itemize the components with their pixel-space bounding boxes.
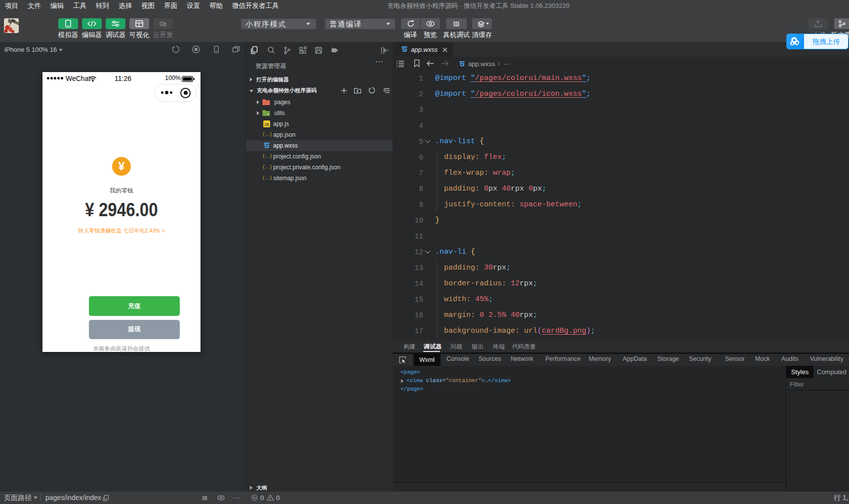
svg-text:JS: JS — [264, 122, 269, 127]
